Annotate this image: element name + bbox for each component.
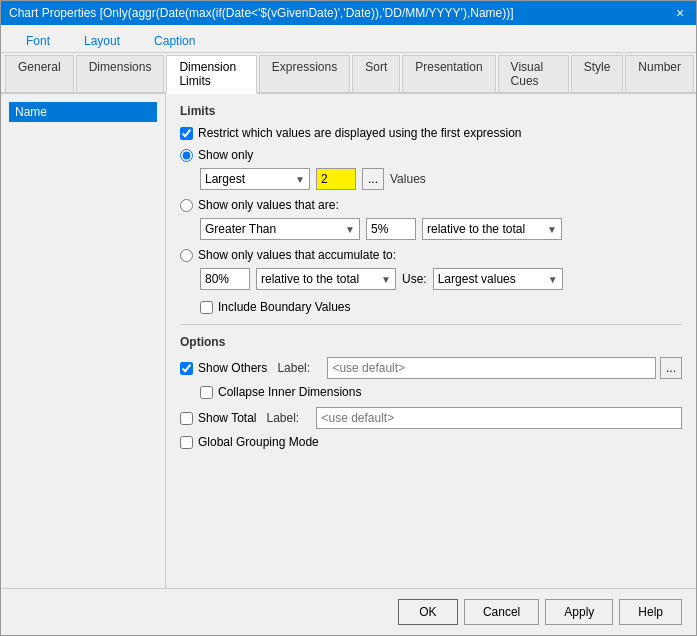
collapse-row: Collapse Inner Dimensions	[200, 385, 682, 399]
cancel-button[interactable]: Cancel	[464, 599, 539, 625]
show-total-label: Show Total	[198, 411, 256, 425]
largest-values-dropdown[interactable]: Largest values ▼	[433, 268, 563, 290]
boundary-row: Include Boundary Values	[200, 300, 682, 314]
accumulate-label: Show only values that accumulate to:	[198, 248, 396, 262]
largest-values-arrow: ▼	[548, 274, 558, 285]
help-button[interactable]: Help	[619, 599, 682, 625]
browse-button[interactable]: ...	[362, 168, 384, 190]
accumulate-row: Show only values that accumulate to:	[180, 248, 682, 262]
relative-arrow-2: ▼	[381, 274, 391, 285]
label-tag-1: Label:	[277, 361, 317, 375]
accumulate-percent-input[interactable]	[200, 268, 250, 290]
tab-style[interactable]: Style	[571, 55, 624, 92]
label-tag-2: Label:	[266, 411, 306, 425]
show-only-label: Show only	[198, 148, 253, 162]
window-title: Chart Properties [Only(aggr(Date(max(if(…	[9, 6, 514, 20]
tab-presentation[interactable]: Presentation	[402, 55, 495, 92]
tab-top-caption[interactable]: Caption	[137, 29, 212, 52]
restrict-label: Restrict which values are displayed usin…	[198, 126, 521, 140]
tab-sort[interactable]: Sort	[352, 55, 400, 92]
show-values-radio[interactable]	[180, 199, 193, 212]
content-area: Name Limits Restrict which values are di…	[1, 94, 696, 588]
show-others-row: Show Others Label: ...	[180, 357, 682, 379]
boundary-label: Include Boundary Values	[218, 300, 351, 314]
use-default-input-1[interactable]	[327, 357, 656, 379]
list-item-name[interactable]: Name	[9, 102, 157, 122]
tab-top-layout[interactable]: Layout	[67, 29, 137, 52]
show-others-label: Show Others	[198, 361, 267, 375]
relative-value-2: relative to the total	[261, 272, 359, 286]
percent-input[interactable]	[366, 218, 416, 240]
restrict-checkbox[interactable]	[180, 127, 193, 140]
show-others-checkbox[interactable]	[180, 362, 193, 375]
use-default-1-group: ...	[327, 357, 682, 379]
accumulate-radio[interactable]	[180, 249, 193, 262]
collapse-label: Collapse Inner Dimensions	[218, 385, 361, 399]
greater-than-value: Greater Than	[205, 222, 276, 236]
use-default-input-2[interactable]	[316, 407, 682, 429]
global-grouping-label: Global Grouping Mode	[198, 435, 319, 449]
apply-button[interactable]: Apply	[545, 599, 613, 625]
bottom-tab-bar: General Dimensions Dimension Limits Expr…	[1, 53, 696, 94]
restrict-row: Restrict which values are displayed usin…	[180, 126, 682, 140]
accumulate-options-row: relative to the total ▼ Use: Largest val…	[200, 268, 682, 290]
show-others-check-group: Show Others	[180, 361, 267, 375]
tab-visual-cues[interactable]: Visual Cues	[498, 55, 569, 92]
options-title: Options	[180, 335, 682, 349]
tab-dimensions[interactable]: Dimensions	[76, 55, 165, 92]
relative-dropdown-2[interactable]: relative to the total ▼	[256, 268, 396, 290]
show-total-checkbox[interactable]	[180, 412, 193, 425]
limits-section-title: Limits	[180, 104, 682, 118]
global-grouping-row: Global Grouping Mode	[180, 435, 682, 449]
tab-general[interactable]: General	[5, 55, 74, 92]
tab-top-font[interactable]: Font	[9, 29, 67, 52]
relative-dropdown-1[interactable]: relative to the total ▼	[422, 218, 562, 240]
values-label: Values	[390, 172, 426, 186]
number-input[interactable]	[316, 168, 356, 190]
show-total-row: Show Total Label:	[180, 407, 682, 429]
largest-values-value: Largest values	[438, 272, 516, 286]
largest-dropdown-arrow: ▼	[295, 174, 305, 185]
show-only-radio[interactable]	[180, 149, 193, 162]
show-total-check-group: Show Total	[180, 411, 256, 425]
relative-arrow-1: ▼	[547, 224, 557, 235]
separator	[180, 324, 682, 325]
options-section: Options Show Others Label: ...	[180, 335, 682, 449]
largest-dropdown[interactable]: Largest ▼	[200, 168, 310, 190]
main-window: Chart Properties [Only(aggr(Date(max(if(…	[0, 0, 697, 636]
show-only-row: Show only	[180, 148, 682, 162]
use-label: Use:	[402, 272, 427, 286]
tab-number[interactable]: Number	[625, 55, 694, 92]
greater-than-arrow: ▼	[345, 224, 355, 235]
browse-button-2[interactable]: ...	[660, 357, 682, 379]
top-tab-bar: Font Layout Caption	[1, 25, 696, 53]
greater-than-dropdown[interactable]: Greater Than ▼	[200, 218, 360, 240]
boundary-checkbox[interactable]	[200, 301, 213, 314]
global-grouping-checkbox[interactable]	[180, 436, 193, 449]
largest-row: Largest ▼ ... Values	[200, 168, 682, 190]
right-panel: Limits Restrict which values are display…	[166, 94, 696, 588]
ok-button[interactable]: OK	[398, 599, 458, 625]
show-values-label: Show only values that are:	[198, 198, 339, 212]
close-button[interactable]: ×	[672, 5, 688, 21]
tab-dimension-limits[interactable]: Dimension Limits	[166, 55, 256, 94]
collapse-checkbox[interactable]	[200, 386, 213, 399]
button-bar: OK Cancel Apply Help	[1, 588, 696, 635]
show-values-row: Show only values that are:	[180, 198, 682, 212]
relative-value-1: relative to the total	[427, 222, 525, 236]
greater-than-row: Greater Than ▼ relative to the total ▼	[200, 218, 682, 240]
largest-dropdown-value: Largest	[205, 172, 245, 186]
left-panel: Name	[1, 94, 166, 588]
tab-expressions[interactable]: Expressions	[259, 55, 350, 92]
title-bar: Chart Properties [Only(aggr(Date(max(if(…	[1, 1, 696, 25]
